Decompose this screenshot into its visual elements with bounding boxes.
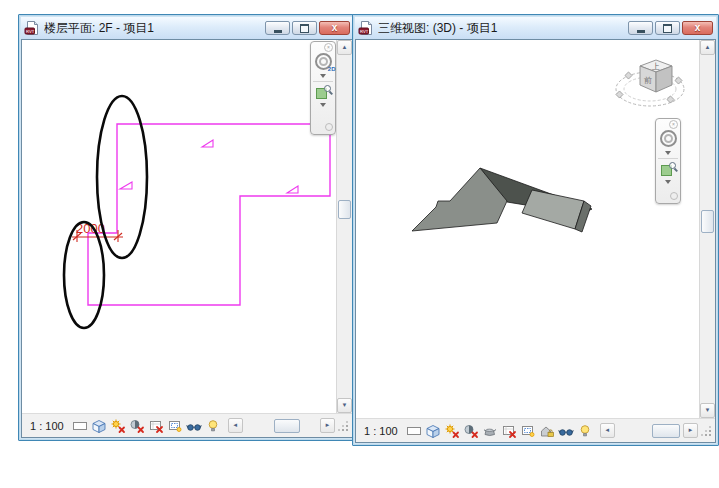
horizontal-scroll-thumb[interactable] [274,419,300,433]
scroll-left-button[interactable]: ◄ [600,423,615,438]
viewcube[interactable]: 上 前 [616,60,684,106]
minimize-button[interactable] [265,21,290,35]
zoom-tool-icon[interactable] [661,162,676,176]
show-crop-region-icon[interactable] [167,417,184,434]
scroll-down-button[interactable]: ▼ [337,398,352,413]
wheel-2d-label: 2D [328,66,336,72]
scroll-right-button[interactable]: ► [683,423,698,438]
window-3d-view[interactable]: RVT 三维视图: (3D) - 项目1 x [352,14,719,446]
viewcube-top-label[interactable]: 上 [651,62,660,71]
crop-view-icon[interactable] [148,417,165,434]
scale-button[interactable]: 1 : 100 [364,425,398,437]
restore-icon [300,24,309,33]
close-button[interactable]: x [319,21,350,35]
chevron-down-icon[interactable] [665,180,671,184]
show-rendering-dialog-icon[interactable] [482,422,499,439]
horizontal-scroll-track[interactable] [243,418,320,433]
resize-grip[interactable] [337,418,350,433]
navbar-divider [313,81,333,82]
close-icon: x [332,23,338,33]
chevron-down-icon[interactable] [320,103,326,107]
detail-level-icon[interactable] [406,422,423,439]
slope-arrow-2[interactable] [120,182,132,189]
horizontal-scrollbar[interactable]: ◄ ► [600,423,698,438]
scroll-right-button[interactable]: ► [320,418,335,433]
horizontal-scroll-thumb[interactable] [652,424,680,438]
revit-document-icon: RVT [358,20,374,36]
slope-arrow-1[interactable] [202,140,213,147]
navbar-close-icon[interactable]: × [324,43,333,52]
close-button[interactable]: x [682,21,713,35]
vertical-scrollbar[interactable]: ▲ ▼ [699,40,715,418]
svg-text:RVT: RVT [26,29,35,34]
svg-text:RVT: RVT [360,29,369,34]
scroll-down-button[interactable]: ▼ [700,403,715,418]
visual-style-icon[interactable] [91,417,108,434]
zoom-tool-icon[interactable] [316,85,331,99]
minimize-button[interactable] [628,21,653,35]
shadows-off-icon[interactable] [463,422,480,439]
navbar-close-icon[interactable]: × [669,120,678,129]
window-title: 楼层平面: 2F - 项目1 [44,20,261,37]
navbar-options-dot-icon[interactable] [670,192,678,200]
restore-button[interactable] [655,21,680,35]
view-client-area: 2000 × 2D ▲ ▼ 1 : 1 [21,39,353,438]
restore-icon [663,24,672,33]
resize-grip[interactable] [700,423,713,438]
viewcube-front-label[interactable]: 前 [644,76,652,85]
show-crop-region-icon[interactable] [520,422,537,439]
roof-3d-model[interactable] [412,168,592,232]
view-control-bar: 1 : 100 ◄ ► [22,413,352,437]
3d-drawing-canvas[interactable]: 上 前 × [356,40,700,418]
view-client-area: 上 前 × [355,39,716,443]
revit-document-icon: RVT [24,20,40,36]
restore-button[interactable] [292,21,317,35]
shadows-off-icon[interactable] [129,417,146,434]
roof-right-face[interactable] [522,190,584,229]
roof-sketch-outline[interactable] [88,124,330,305]
navbar-divider [658,158,678,159]
detail-level-icon[interactable] [72,417,89,434]
steering-wheel-icon[interactable] [660,130,677,147]
visual-style-icon[interactable] [425,422,442,439]
temporary-hide-isolate-icon[interactable] [558,422,575,439]
minimize-icon [274,30,282,33]
sun-path-off-icon[interactable] [110,417,127,434]
vertical-scroll-thumb[interactable] [338,200,351,219]
close-icon: x [695,23,701,33]
locked-3d-view-icon[interactable] [539,422,556,439]
navigation-bar[interactable]: × [655,118,681,204]
minimize-icon [637,30,645,33]
vertical-scrollbar[interactable]: ▲ ▼ [336,40,352,413]
horizontal-scrollbar[interactable]: ◄ ► [228,418,335,433]
crop-view-icon[interactable] [501,422,518,439]
horizontal-scroll-track[interactable] [615,423,683,438]
reveal-hidden-elements-icon[interactable] [577,422,594,439]
scroll-up-button[interactable]: ▲ [337,40,352,55]
chevron-down-icon[interactable] [320,74,326,78]
desktop: { "windows": [ { "title": "楼层平面: 2F - 项目… [0,0,719,488]
slope-arrow-3[interactable] [287,186,298,193]
navigation-bar[interactable]: × 2D [310,41,336,135]
chevron-down-icon[interactable] [665,151,671,155]
annotation-ellipse-2[interactable] [64,222,104,328]
sun-path-off-icon[interactable] [444,422,461,439]
reveal-hidden-elements-icon[interactable] [205,417,222,434]
navbar-options-dot-icon[interactable] [325,123,333,131]
titlebar[interactable]: RVT 三维视图: (3D) - 项目1 x [355,17,716,39]
scale-button[interactable]: 1 : 100 [30,420,64,432]
plan-drawing-canvas[interactable]: 2000 × 2D [22,40,337,413]
scroll-up-button[interactable]: ▲ [700,40,715,55]
scroll-left-button[interactable]: ◄ [228,418,243,433]
titlebar[interactable]: RVT 楼层平面: 2F - 项目1 x [21,17,353,39]
window-floor-plan[interactable]: RVT 楼层平面: 2F - 项目1 x [18,14,356,441]
vertical-scroll-thumb[interactable] [701,210,714,233]
view-control-bar: 1 : 100 ◄ [356,418,715,442]
temporary-hide-isolate-icon[interactable] [186,417,203,434]
steering-wheel-2d-icon[interactable]: 2D [315,53,332,70]
window-title: 三维视图: (3D) - 项目1 [378,20,624,37]
